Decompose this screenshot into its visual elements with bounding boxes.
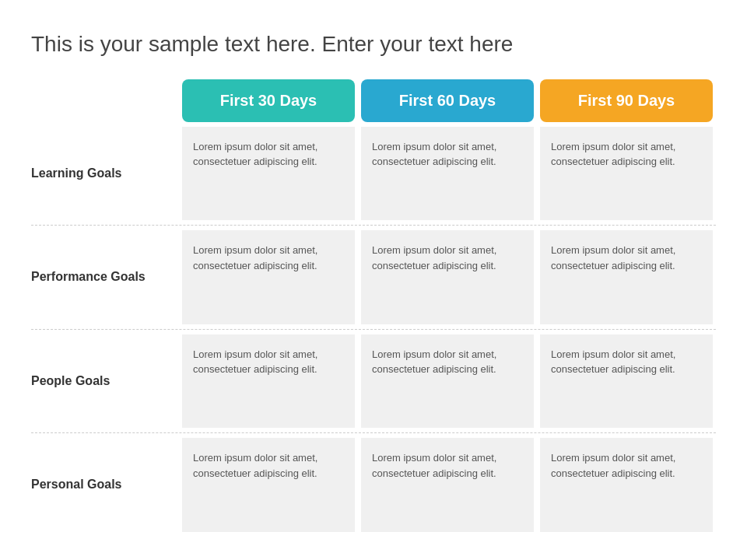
row-label-2: People Goals	[31, 361, 179, 402]
cell-2-2: Lorem ipsum dolor sit amet, consectetuer…	[540, 334, 713, 429]
cell-1-1: Lorem ipsum dolor sit amet, consectetuer…	[361, 230, 534, 324]
cell-0-0: Lorem ipsum dolor sit amet, consectetuer…	[182, 127, 355, 221]
row-label-0: Learning Goals	[31, 153, 179, 194]
table-row-1: Performance GoalsLorem ipsum dolor sit a…	[31, 226, 716, 330]
table-body: Learning GoalsLorem ipsum dolor sit amet…	[31, 122, 716, 537]
cell-0-1: Lorem ipsum dolor sit amet, consectetuer…	[361, 127, 534, 221]
row-cells-2: Lorem ipsum dolor sit amet, consectetuer…	[179, 330, 716, 433]
row-cells-0: Lorem ipsum dolor sit amet, consectetuer…	[179, 122, 716, 226]
cell-2-0: Lorem ipsum dolor sit amet, consectetuer…	[182, 334, 355, 429]
cell-3-1: Lorem ipsum dolor sit amet, consectetuer…	[361, 438, 534, 532]
page: This is your sample text here. Enter you…	[0, 0, 747, 560]
cell-2-1: Lorem ipsum dolor sit amet, consectetuer…	[361, 334, 534, 429]
cell-3-0: Lorem ipsum dolor sit amet, consectetuer…	[182, 438, 355, 532]
cell-0-2: Lorem ipsum dolor sit amet, consectetuer…	[540, 127, 713, 221]
column-header-col-90: First 90 Days	[540, 79, 713, 122]
table-container: First 30 DaysFirst 60 DaysFirst 90 Days …	[31, 79, 716, 537]
table-row-3: Personal GoalsLorem ipsum dolor sit amet…	[31, 433, 716, 537]
row-cells-1: Lorem ipsum dolor sit amet, consectetuer…	[179, 226, 716, 329]
row-cells-3: Lorem ipsum dolor sit amet, consectetuer…	[179, 433, 716, 537]
row-label-3: Personal Goals	[31, 464, 179, 506]
column-header-col-60: First 60 Days	[361, 79, 534, 122]
column-header-col-30: First 30 Days	[182, 79, 355, 122]
cell-1-0: Lorem ipsum dolor sit amet, consectetuer…	[182, 230, 355, 324]
table-row-0: Learning GoalsLorem ipsum dolor sit amet…	[31, 122, 716, 226]
page-title: This is your sample text here. Enter you…	[31, 31, 716, 58]
table-header-row: First 30 DaysFirst 60 DaysFirst 90 Days	[179, 79, 716, 122]
row-label-1: Performance Goals	[31, 257, 179, 298]
cell-1-2: Lorem ipsum dolor sit amet, consectetuer…	[540, 230, 713, 324]
table-row-2: People GoalsLorem ipsum dolor sit amet, …	[31, 330, 716, 434]
cell-3-2: Lorem ipsum dolor sit amet, consectetuer…	[540, 438, 713, 532]
